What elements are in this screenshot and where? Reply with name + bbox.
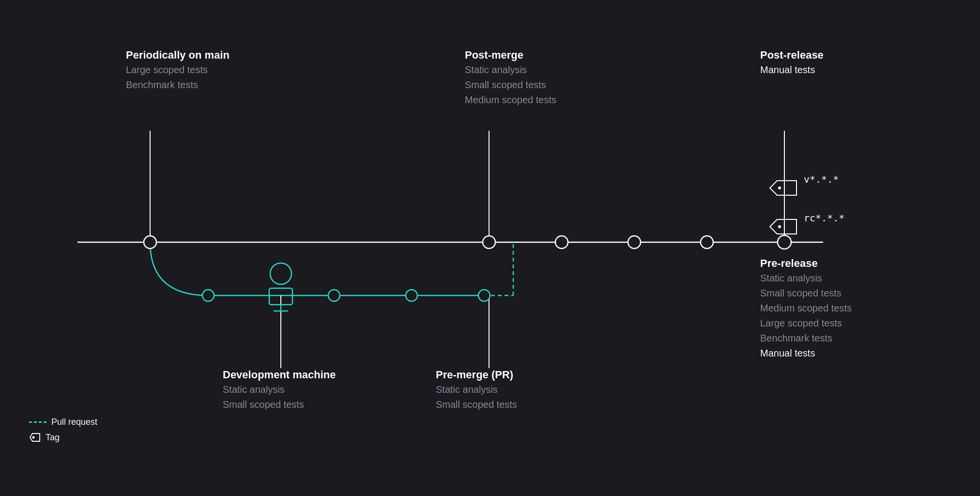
item-benchmark-prerel: Benchmark tests: [760, 331, 852, 346]
legend-tag-text: Tag: [46, 433, 60, 443]
diagram-container: Periodically on main Large scoped tests …: [0, 0, 980, 496]
title-pre-release: Pre-release: [760, 257, 852, 271]
title-post-release: Post-release: [760, 48, 824, 62]
node-main-2: [483, 236, 495, 248]
item-manual-tests-prerel: Manual tests: [760, 346, 852, 361]
label-pre-merge: Pre-merge (PR) Static analysis Small sco…: [436, 368, 517, 412]
person-head: [270, 263, 291, 284]
node-main-6: [778, 235, 791, 249]
item-small-scoped-prerel: Small scoped tests: [760, 286, 852, 301]
legend: Pull request Tag: [29, 417, 97, 448]
tag-icon-v: [770, 181, 796, 195]
item-large-scoped-prerel: Large scoped tests: [760, 316, 852, 331]
title-development-machine: Development machine: [223, 368, 336, 382]
label-post-release: Post-release Manual tests: [760, 48, 824, 78]
tag-label-v: v*.*.*: [804, 173, 839, 185]
tag-v-text: v*.*.*: [804, 173, 839, 185]
tag-dot-rc: [778, 225, 781, 228]
label-periodically-on-main: Periodically on main Large scoped tests …: [126, 48, 230, 93]
tag-icon-rc: [770, 219, 796, 234]
title-periodically-on-main: Periodically on main: [126, 48, 230, 62]
item-medium-scoped-pm: Medium scoped tests: [465, 93, 556, 108]
item-large-scoped: Large scoped tests: [126, 62, 230, 78]
svg-point-0: [32, 436, 35, 439]
item-small-scoped-premerge: Small scoped tests: [436, 397, 517, 412]
node-pr-4: [478, 290, 490, 301]
node-pr-1: [202, 290, 214, 301]
legend-pull-request: Pull request: [29, 417, 97, 427]
legend-tag-icon: [29, 432, 41, 443]
label-development-machine: Development machine Static analysis Smal…: [223, 368, 336, 412]
legend-dashed-line: [29, 421, 46, 423]
legend-pull-request-text: Pull request: [51, 417, 97, 427]
node-main-4: [628, 236, 641, 248]
node-main-5: [701, 236, 713, 248]
item-benchmark: Benchmark tests: [126, 78, 230, 93]
node-main-1: [144, 236, 156, 248]
node-pr-2: [328, 290, 340, 301]
item-static-analysis-pm: Static analysis: [465, 62, 556, 78]
item-medium-scoped-prerel: Medium scoped tests: [760, 301, 852, 316]
tag-dot-v: [778, 186, 781, 189]
legend-tag: Tag: [29, 432, 97, 443]
item-manual-tests-post: Manual tests: [760, 62, 824, 78]
tag-rc-text: rc*.*.*: [804, 212, 844, 224]
label-post-merge: Post-merge Static analysis Small scoped …: [465, 48, 556, 108]
item-static-analysis-prerel: Static analysis: [760, 271, 852, 286]
node-main-3: [555, 236, 568, 248]
item-static-analysis-premerge: Static analysis: [436, 382, 517, 397]
item-static-analysis-dev: Static analysis: [223, 382, 336, 397]
item-small-scoped-dev: Small scoped tests: [223, 397, 336, 412]
tag-label-rc: rc*.*.*: [804, 212, 844, 224]
item-small-scoped-pm: Small scoped tests: [465, 78, 556, 93]
pr-branch-curve: [150, 242, 208, 295]
title-pre-merge: Pre-merge (PR): [436, 368, 517, 382]
node-pr-3: [406, 290, 417, 301]
title-post-merge: Post-merge: [465, 48, 556, 62]
label-pre-release: Pre-release Static analysis Small scoped…: [760, 257, 852, 361]
